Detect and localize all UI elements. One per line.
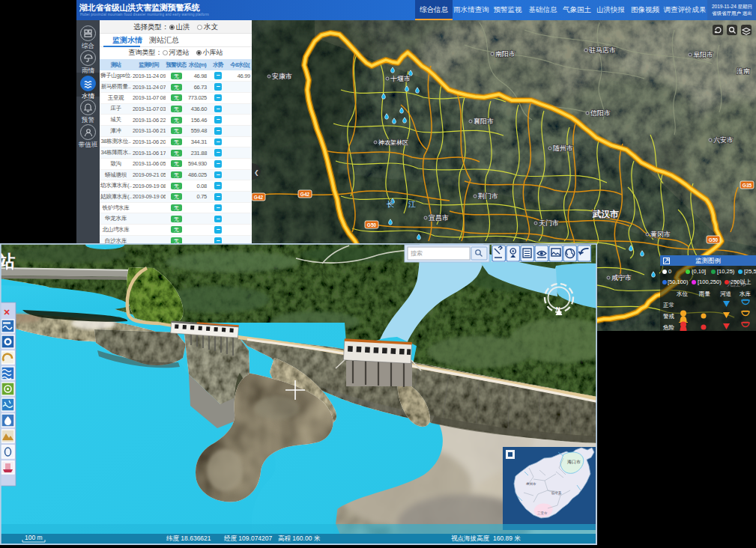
svg-text:荆门市: 荆门市	[478, 192, 498, 200]
svg-text:站: 站	[0, 252, 15, 271]
svg-text:儋州市: 儋州市	[525, 482, 536, 486]
svg-text:搜索: 搜索	[411, 250, 423, 257]
svg-text:咸宁市: 咸宁市	[611, 274, 632, 281]
svg-text:天门市: 天门市	[539, 219, 559, 227]
svg-text:长 江: 长 江	[387, 200, 422, 208]
svg-text:阜阳市: 阜阳市	[693, 51, 713, 58]
svg-text:高程 160.00 米: 高程 160.00 米	[278, 535, 321, 542]
svg-text:✕: ✕	[4, 308, 10, 317]
svg-text:襄阳市: 襄阳市	[474, 118, 494, 125]
svg-text:N: N	[556, 305, 560, 312]
svg-text:视点海拔高度: 视点海拔高度	[451, 535, 490, 542]
svg-text:淮南: 淮南	[737, 67, 750, 75]
svg-text:驻马店市: 驻马店市	[589, 46, 616, 54]
svg-text:随州市: 随州市	[553, 144, 573, 152]
svg-text:纬度 18.636621: 纬度 18.636621	[166, 535, 211, 542]
svg-text:琼中县: 琼中县	[551, 491, 562, 495]
svg-text:十堰市: 十堰市	[390, 75, 411, 82]
svg-text:南阳市: 南阳市	[495, 50, 515, 58]
svg-text:经度 109.074207: 经度 109.074207	[224, 535, 273, 542]
svg-text:三亚市: 三亚市	[537, 511, 548, 515]
svg-text:安康市: 安康市	[272, 73, 292, 80]
svg-text:160.89 米: 160.89 米	[493, 535, 521, 542]
svg-text:G42: G42	[300, 192, 310, 197]
svg-text:G35: G35	[743, 183, 752, 188]
svg-text:宜昌市: 宜昌市	[429, 214, 449, 222]
svg-text:100 m: 100 m	[25, 534, 43, 541]
svg-text:G50: G50	[709, 237, 719, 243]
svg-text:神农架林区: 神农架林区	[378, 139, 408, 146]
svg-text:武汉市: 武汉市	[592, 209, 619, 219]
svg-text:信阳市: 信阳市	[590, 109, 611, 117]
svg-text:六安市: 六安市	[713, 136, 734, 144]
svg-text:黄冈市: 黄冈市	[650, 231, 671, 238]
svg-text:G42: G42	[254, 195, 264, 200]
svg-text:G50: G50	[367, 222, 377, 228]
svg-text:❮: ❮	[254, 169, 259, 176]
svg-text:海口市: 海口市	[567, 459, 581, 465]
